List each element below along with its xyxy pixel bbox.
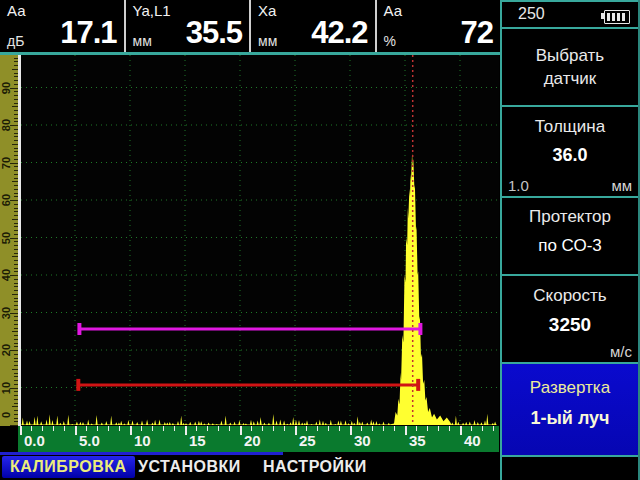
axis-tick [427, 426, 428, 431]
menu-item-setup[interactable]: УСТАНОВКИ [138, 456, 241, 478]
softkey-sidebar: 250 Выбрать датчик Толщина 36.0 1.0 мм П… [500, 0, 640, 480]
axis-label: 35 [409, 432, 426, 449]
axis-tick [42, 426, 43, 431]
ruler-label: 90 [0, 81, 12, 93]
readout-amplitude: Аа % 72 [377, 0, 501, 52]
axis-label: 30 [354, 432, 371, 449]
softkey-label: Выбрать [502, 46, 638, 66]
axis-tick [493, 426, 494, 431]
softkey-label: Скорость [502, 286, 638, 306]
readout-label: Аа [384, 2, 403, 19]
axis-tick [350, 426, 352, 435]
ruler-label: 30 [0, 306, 12, 318]
axis-tick [372, 426, 373, 431]
axis-label: 40 [464, 432, 481, 449]
readout-label: Ya,L1 [133, 2, 171, 19]
status-cell: 250 [502, 2, 638, 27]
axis-tick [75, 426, 77, 435]
axis-label: 20 [244, 432, 261, 449]
axis-tick [460, 426, 462, 435]
gate-b[interactable] [78, 379, 418, 391]
softkey-label: Развертка [502, 378, 638, 398]
axis-tick [251, 426, 252, 431]
divider [500, 455, 640, 457]
axis-tick [31, 426, 32, 431]
softkey-sweep[interactable]: Развертка 1-ый луч [502, 364, 638, 455]
softkey-label: датчик [502, 69, 638, 89]
ruler-label: 10 [0, 381, 12, 393]
axis-tick [306, 426, 307, 431]
axis-label: 0.0 [24, 432, 45, 449]
gate-a[interactable] [79, 323, 420, 335]
axis-tick [262, 426, 263, 431]
main-menu: КАЛИБРОВКА УСТАНОВКИ НАСТРОЙКИ [0, 455, 500, 480]
unit-label: м/с [610, 343, 632, 360]
menu-item-calibration[interactable]: КАЛИБРОВКА [2, 456, 135, 478]
ruler-label: 40 [0, 269, 12, 281]
ruler-label: 60 [0, 194, 12, 206]
axis-tick [405, 426, 407, 435]
readout-unit: мм [133, 33, 152, 49]
axis-label: 10 [134, 432, 151, 449]
axis-tick [482, 426, 483, 431]
axis-tick [141, 426, 142, 431]
divider [500, 0, 502, 480]
readout-unit: мм [258, 33, 277, 49]
thickness-value: 36.0 [502, 145, 638, 166]
ascan-plot [21, 55, 499, 426]
axis-tick [240, 426, 242, 435]
axis-tick [97, 426, 98, 431]
axis-tick [185, 426, 187, 435]
readout-gain: Аа дБ 17.1 [0, 0, 126, 52]
ascan-svg [21, 55, 499, 426]
softkey-select-probe[interactable]: Выбрать датчик [502, 29, 638, 105]
axis-tick [284, 426, 285, 431]
sweep-value: 1-ый луч [502, 408, 638, 429]
ruler-label: 50 [0, 231, 12, 243]
step-value: 1.0 [508, 177, 529, 194]
readout-unit: % [384, 33, 396, 49]
axis-label: 15 [189, 432, 206, 449]
axis-tick [449, 426, 450, 431]
softkey-thickness[interactable]: Толщина 36.0 1.0 мм [502, 107, 638, 196]
ruler-tick [10, 425, 18, 426]
axis-tick [207, 426, 208, 431]
amplitude-ruler: 0102030405060708090 [0, 55, 18, 426]
menu-item-settings[interactable]: НАСТРОЙКИ [263, 456, 367, 478]
axis-label: 5.0 [79, 432, 100, 449]
protector-value: по СО-3 [502, 236, 638, 256]
unit-label: мм [611, 177, 632, 194]
readout-value: 42.2 [311, 15, 367, 51]
flaw-detector-screen: Аа дБ 17.1 Ya,L1 мм 35.5 Ха мм 42.2 Аа %… [0, 0, 640, 480]
axis-tick [229, 426, 230, 431]
measurement-bar: Аа дБ 17.1 Ya,L1 мм 35.5 Ха мм 42.2 Аа %… [0, 0, 500, 52]
axis-tick [317, 426, 318, 431]
ruler-label: 20 [0, 344, 12, 356]
axis-tick [163, 426, 164, 431]
readout-depth: Ya,L1 мм 35.5 [126, 0, 252, 52]
axis-tick [295, 426, 297, 435]
axis-tick [361, 426, 362, 431]
readout-value: 17.1 [60, 15, 116, 51]
softkey-protector[interactable]: Протектор по СО-3 [502, 198, 638, 274]
axis-tick [119, 426, 120, 431]
softkey-label: Протектор [502, 207, 638, 227]
axis-tick [438, 426, 439, 431]
axis-tick [174, 426, 175, 431]
axis-tick [20, 426, 22, 435]
axis-tick [273, 426, 274, 431]
axis-tick [108, 426, 109, 431]
axis-tick [64, 426, 65, 431]
ruler-label: 80 [0, 119, 12, 131]
axis-tick [218, 426, 219, 431]
velocity-value: 3250 [502, 314, 638, 336]
ruler-label: 0 [0, 412, 12, 418]
range-axis: 0.05.010152025303540 [18, 426, 499, 452]
softkey-velocity[interactable]: Скорость 3250 м/с [502, 276, 638, 362]
readout-distance: Ха мм 42.2 [251, 0, 377, 52]
readout-label: Аа [7, 2, 26, 19]
readout-label: Ха [258, 2, 276, 19]
axis-tick [394, 426, 395, 431]
axis-tick [383, 426, 384, 431]
ruler-label: 70 [0, 156, 12, 168]
